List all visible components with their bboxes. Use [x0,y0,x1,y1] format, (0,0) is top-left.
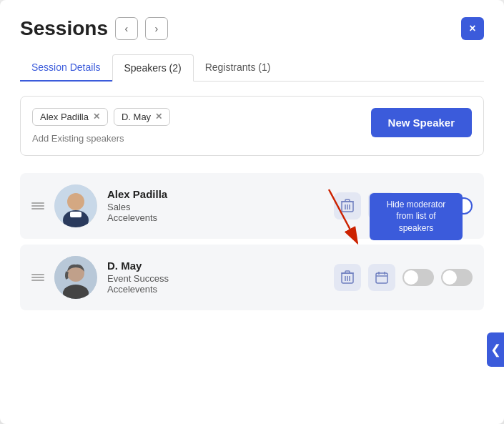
trash-icon-dmay [341,270,354,285]
calendar-icon-dmay [375,271,388,284]
chevron-left-side-icon: ❮ [490,342,501,358]
speakers-input-section: Alex Padilla ✕ D. May ✕ Add Existing spe… [20,96,484,156]
avatar-dmay [54,256,97,299]
speaker-tag-alex: Alex Padilla ✕ [32,108,108,126]
trash-icon-alex [341,199,354,213]
speaker-tag-dmay-label: D. May [122,112,151,122]
nav-next-button[interactable]: › [145,17,168,40]
tooltip-hide-moderator: Hide moderator from list of speakers [370,193,463,240]
tab-session-details[interactable]: Session Details [20,54,112,82]
moderator-toggle-dmay[interactable] [402,269,434,286]
close-button[interactable]: × [461,17,484,40]
add-existing-label: Add Existing speakers [32,133,371,144]
svg-point-4 [67,193,84,210]
delete-button-alex[interactable] [334,192,361,220]
speaker-tag-dmay-remove[interactable]: ✕ [155,112,162,122]
speaker-info-dmay: D. May Event Success Accelevents [107,260,324,295]
speaker-actions-dmay [334,264,473,291]
side-panel-tab[interactable]: ❮ [487,332,504,367]
title-area: Sessions ‹ › [20,17,168,40]
speaker-row-dmay: D. May Event Success Accelevents [20,245,484,310]
avatar-alex-image [54,184,97,227]
speaker-name-dmay: D. May [107,260,324,272]
speaker-company-alex: Accelevents [107,212,324,223]
tab-speakers[interactable]: Speakers (2) [112,54,194,82]
modal-title: Sessions [20,17,108,40]
tabs-bar: Session Details Speakers (2) Registrants… [20,54,484,82]
speaker-role-dmay: Event Success [107,273,324,284]
drag-handle-dmay[interactable] [31,274,44,281]
sessions-modal: Sessions ‹ › × Session Details Speakers … [0,0,504,424]
nav-prev-button[interactable]: ‹ [115,17,138,40]
speaker-tag-dmay: D. May ✕ [114,108,170,126]
svg-rect-5 [70,212,81,217]
speakers-left-panel: Alex Padilla ✕ D. May ✕ Add Existing spe… [32,108,371,144]
speaker-role-alex: Sales [107,202,324,212]
calendar-button-dmay[interactable] [368,264,395,291]
speaker-tags: Alex Padilla ✕ D. May ✕ [32,108,371,126]
speaker-row-alex: Alex Padilla Sales Accelevents [20,173,484,239]
speaker-company-dmay: Accelevents [107,284,324,295]
speaker-tag-alex-remove[interactable]: ✕ [93,112,100,122]
new-speaker-button[interactable]: New Speaker [371,108,472,137]
svg-rect-23 [376,273,387,283]
drag-handle-alex[interactable] [31,202,44,209]
speaker-name-alex: Alex Padilla [107,188,324,200]
tab-registrants[interactable]: Registrants (1) [194,54,282,82]
chevron-left-icon: ‹ [125,23,129,34]
avatar-dmay-image [54,256,97,299]
speaker-info-alex: Alex Padilla Sales Accelevents [107,188,324,223]
modal-header: Sessions ‹ › × [20,17,484,40]
delete-button-dmay[interactable] [334,264,361,291]
avatar-alex [54,184,97,227]
chevron-right-icon: › [155,23,159,34]
speaker-tag-alex-label: Alex Padilla [40,112,89,122]
hide-toggle-dmay[interactable] [441,269,473,286]
speaker-list: Alex Padilla Sales Accelevents [20,173,484,310]
